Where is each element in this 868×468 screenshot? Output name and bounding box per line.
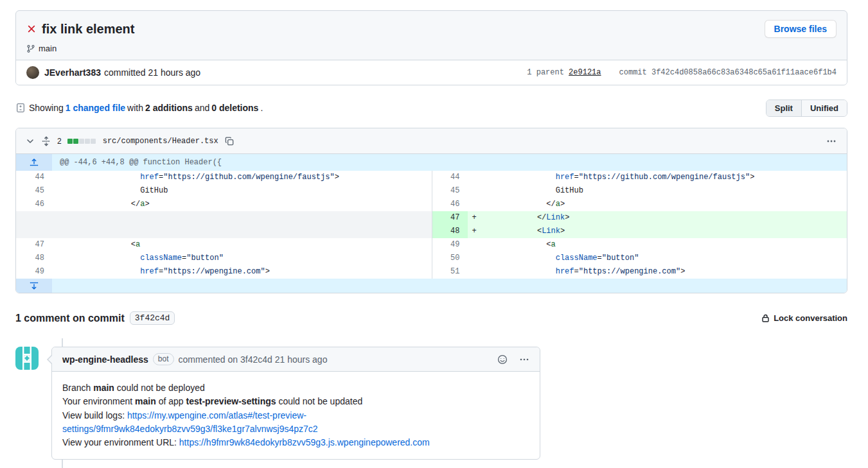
comment-line: View build logs: https://my.wpengine.com… — [62, 409, 529, 437]
branch-name: main — [39, 44, 57, 53]
diff-view-toggle: Split Unified — [766, 100, 847, 117]
emoji-reaction-icon[interactable] — [497, 354, 508, 365]
changed-files-link[interactable]: 1 changed file — [66, 103, 125, 113]
diff-line-number[interactable]: 48 — [16, 252, 52, 265]
comment-options-kebab-icon[interactable] — [519, 354, 529, 365]
diff-code-cell: GitHub — [468, 184, 847, 198]
comment-header: wp-engine-headless bot commented on 3f42… — [52, 347, 540, 372]
diff-row: 44 href="https://github.com/wpengine/fau… — [16, 171, 847, 184]
comment-body: Branch main could not be deployedYour en… — [52, 372, 540, 459]
diff-rows: 44 href="https://github.com/wpengine/fau… — [16, 171, 847, 279]
diff-line-number[interactable]: 44 — [16, 171, 52, 184]
unfold-all-icon[interactable] — [41, 136, 51, 146]
diff-line-number[interactable]: 44 — [432, 171, 468, 184]
summary-and: and — [195, 103, 209, 113]
bot-avatar[interactable] — [15, 347, 39, 370]
diff-code-cell — [52, 225, 432, 238]
commit-hash-chip: 3f42c4d — [130, 311, 175, 325]
diff-row: 47+ </Link> — [16, 211, 847, 225]
browse-files-button[interactable]: Browse files — [765, 20, 837, 38]
diff-row: 49 href="https://wpengine.com">51 href="… — [16, 265, 847, 279]
lock-conversation-button[interactable]: Lock conversation — [761, 313, 847, 323]
diff-line-number[interactable]: 45 — [432, 184, 468, 198]
git-branch-icon — [26, 44, 35, 53]
diff-line-number[interactable]: 45 — [16, 184, 52, 198]
summary-additions: 2 additions — [145, 103, 193, 113]
collapse-chevron-down-icon[interactable] — [25, 136, 35, 146]
diff-code-cell: </a> — [468, 198, 847, 211]
committed-text: committed 21 hours ago — [104, 67, 200, 78]
file-options-kebab-icon[interactable] — [826, 136, 837, 146]
hunk-header-text: @@ -44,6 +44,8 @@ function Header({ — [52, 154, 847, 171]
diff-stat-blocks — [67, 139, 96, 144]
diff-code-cell: <a — [52, 238, 432, 252]
diff-row: 46 </a>46 </a> — [16, 198, 847, 211]
diff-code-cell: + </Link> — [468, 211, 847, 225]
diff-line-number — [16, 211, 52, 225]
diff-code-cell: href="https://wpengine.com"> — [52, 265, 432, 279]
file-path[interactable]: src/components/Header.tsx — [103, 137, 218, 146]
comment-line: View your environment URL: https://h9fmr… — [62, 436, 529, 449]
diff-code-cell: href="https://github.com/wpengine/faustj… — [468, 171, 847, 184]
diff-code-cell: className="button" — [52, 252, 432, 265]
diff-line-number[interactable]: 50 — [432, 252, 468, 265]
diff-line-number[interactable]: 47 — [432, 211, 468, 225]
comments-heading-row: 1 comment on commit 3f42c4d Lock convers… — [15, 311, 847, 325]
diff-file-header: 2 src/components/Header.tsx — [16, 128, 847, 154]
toggle-unified[interactable]: Unified — [802, 100, 847, 116]
diff-code-cell — [52, 211, 432, 225]
diff-code-cell: className="button" — [468, 252, 847, 265]
diff-line-number[interactable]: 48 — [432, 225, 468, 238]
parent-info: 1 parent 2e9121a — [527, 68, 601, 77]
comments-heading: 1 comment on commit — [15, 313, 125, 324]
comment-box: wp-engine-headless bot commented on 3f42… — [51, 347, 540, 460]
changes-count: 2 — [57, 137, 62, 146]
diff-code-cell: + <Link> — [468, 225, 847, 238]
toggle-split[interactable]: Split — [766, 100, 802, 116]
diff-summary-row: Showing 1 changed file with 2 additions … — [15, 98, 847, 117]
summary-with: with — [127, 103, 143, 113]
diff-line-number[interactable]: 46 — [432, 198, 468, 211]
diff-row: 48 className="button"50 className="butto… — [16, 252, 847, 265]
expand-up-icon[interactable] — [16, 154, 52, 171]
diff-code-cell: <a — [468, 238, 847, 252]
comment-line: Branch main could not be deployed — [62, 381, 529, 395]
comment-author[interactable]: wp-engine-headless — [62, 354, 148, 365]
diff-line-number[interactable]: 49 — [432, 238, 468, 252]
author-avatar[interactable] — [26, 66, 39, 79]
diff-line-number — [16, 225, 52, 238]
commit-header-box: fix link element Browse files main JEver… — [15, 10, 847, 85]
diff-line-number[interactable]: 51 — [432, 265, 468, 279]
parent-label: 1 parent — [527, 68, 564, 77]
commit-label: commit — [619, 68, 647, 77]
diff-file-box: 2 src/components/Header.tsx — [15, 128, 847, 293]
commit-header-top: fix link element Browse files main — [16, 11, 847, 60]
commit-failed-x-icon — [26, 24, 37, 34]
diff-code-cell: href="https://github.com/wpengine/faustj… — [52, 171, 432, 184]
diff-row: 47 <a49 <a — [16, 238, 847, 252]
commit-page: fix link element Browse files main JEver… — [0, 0, 868, 468]
summary-period: . — [260, 103, 263, 113]
diff-row: 45 GitHub45 GitHub — [16, 184, 847, 198]
expand-down-icon[interactable] — [16, 279, 52, 293]
hunk-header-row: @@ -44,6 +44,8 @@ function Header({ — [16, 154, 847, 171]
commit-meta-bar: JEverhart383 committed 21 hours ago 1 pa… — [16, 60, 847, 85]
diff-line-number[interactable]: 47 — [16, 238, 52, 252]
author-name[interactable]: JEverhart383 — [44, 67, 101, 78]
expand-down-row — [16, 279, 847, 293]
commit-title: fix link element — [42, 22, 759, 37]
diff-code-cell: GitHub — [52, 184, 432, 198]
copy-path-icon[interactable] — [224, 136, 235, 146]
lock-icon — [761, 313, 770, 323]
comment-link[interactable]: https://h9fmr9wk84edokyrb8zvv59g3.js.wpe… — [179, 437, 430, 447]
summary-deletions: 0 deletions — [211, 103, 258, 113]
summary-showing: Showing — [29, 103, 64, 113]
diff-row: 48+ <Link> — [16, 225, 847, 238]
parent-hash-link[interactable]: 2e9121a — [569, 68, 601, 77]
commit-full-hash: 3f42c4d0858a66c83a6348c65a61f11aace6f1b4 — [651, 68, 837, 77]
diff-code-cell: </a> — [52, 198, 432, 211]
diff-line-number[interactable]: 49 — [16, 265, 52, 279]
diff-line-number[interactable]: 46 — [16, 198, 52, 211]
bot-badge: bot — [153, 353, 174, 365]
comment-line: Your environment main of app test-previe… — [62, 395, 529, 408]
